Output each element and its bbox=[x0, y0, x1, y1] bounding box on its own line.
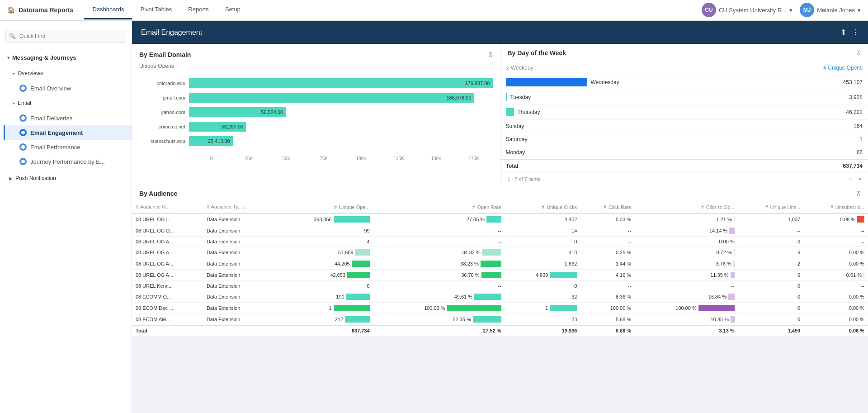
col-audience-name[interactable]: ⧖ Audience N... bbox=[132, 201, 203, 214]
col-unique-opens: # Unique Opens bbox=[763, 61, 868, 75]
click-to-open-col-icon: # bbox=[701, 205, 704, 210]
day-of-week-table: ⧖ Weekday ↓ # Unique Opens bbox=[500, 61, 868, 173]
unsub-rate-col-icon: # bbox=[830, 205, 833, 210]
bar-row-colorado: colorado.edu 176,887.00 bbox=[139, 78, 493, 88]
audience-total-row: Total 637,734 27.52 % 19,936 0.86 % 3.13… bbox=[132, 325, 868, 336]
push-notification-header[interactable]: ▶ Push Notification bbox=[0, 171, 132, 186]
tab-dashboards[interactable]: Dashboards bbox=[84, 0, 132, 19]
email-domain-bar-chart: colorado.edu 176,887.00 gmail.com 166,07… bbox=[139, 75, 493, 154]
bar-chart-axis: 0 25K 50K 75K 100K 125K 150K 175K bbox=[139, 156, 493, 161]
sort-weekday-icon[interactable]: ↓ bbox=[535, 66, 537, 71]
page-header: Email Engagement ⬆ ⋮ bbox=[132, 21, 868, 44]
audience-name-cell: 08 UREL Kenn... bbox=[132, 281, 203, 291]
unique-clicks-cell: 0 bbox=[505, 281, 581, 291]
expand-icon[interactable]: ↔ bbox=[848, 176, 853, 182]
open-rate-cell: 38.23 % bbox=[373, 258, 505, 270]
app-logo[interactable]: 🏠 Datorama Reports bbox=[7, 6, 73, 14]
day-of-week-filter-icon[interactable]: ⊼ bbox=[856, 49, 861, 57]
click-to-open-cell: 16.84 % bbox=[635, 291, 738, 303]
email-header[interactable]: ▾ Email bbox=[4, 95, 132, 111]
click-to-open-cell: 3.76 % bbox=[635, 258, 738, 270]
thursday-label: Thursday bbox=[518, 109, 540, 115]
click-rate-cell: 0.33 % bbox=[580, 214, 635, 225]
user-name: Melanie Jones bbox=[817, 7, 855, 14]
bar-value-gmail: 166,076.00 bbox=[446, 95, 471, 100]
audience-type-sort-icon: ↓ bbox=[243, 205, 245, 209]
table-row: Thursday 46,222 bbox=[500, 105, 868, 120]
unique-opens-cell: 0 bbox=[275, 281, 373, 291]
col-unsub-rate[interactable]: # Unsubscrib... bbox=[804, 201, 868, 214]
by-audience-card: By Audience ⊼ ⧖ Audience N... ⧖ Audience… bbox=[132, 185, 868, 336]
unique-unsub-cell: 2 bbox=[738, 258, 804, 270]
audience-name-cell: 08 UREL OG A... bbox=[132, 258, 203, 270]
bar-row-yahoo: yahoo.com 56,504.00 bbox=[139, 107, 493, 117]
table-row: Wednesday 453,107 bbox=[500, 75, 868, 90]
fullscreen-icon[interactable]: ⇥ bbox=[857, 176, 861, 182]
sidebar-item-email-overview[interactable]: Email Overview bbox=[4, 81, 132, 95]
overviews-header[interactable]: ▾ Overviews bbox=[4, 66, 132, 81]
sidebar-item-email-deliveries[interactable]: Email Deliveries bbox=[4, 111, 132, 125]
bar-value-cuanschutz: 25,413.00 bbox=[208, 138, 230, 144]
sidebar-section-messaging: ▾ Messaging & Journeys ▾ Overviews Email… bbox=[0, 50, 132, 186]
audience-table-row: 08 UREL OG I... Data Extension 363,856 2… bbox=[132, 214, 868, 225]
audience-type-cell: Data Extension bbox=[203, 314, 275, 326]
day-cell-saturday: Saturday bbox=[500, 133, 763, 146]
wednesday-opens: 453,107 bbox=[763, 75, 868, 90]
workspace-name: CU System University R... bbox=[719, 7, 787, 14]
sidebar-section-messaging-header[interactable]: ▾ Messaging & Journeys bbox=[0, 50, 132, 66]
email-domain-filter-icon[interactable]: ⊼ bbox=[488, 51, 493, 58]
audience-type-cell: Data Extension bbox=[203, 281, 275, 291]
bar-label-gmail: gmail.com bbox=[139, 95, 189, 100]
bar-container-yahoo: 56,504.00 bbox=[189, 107, 493, 117]
total-unsub-rate: 0.06 % bbox=[804, 325, 868, 336]
total-click-rate: 0.86 % bbox=[580, 325, 635, 336]
unique-unsub-cell: 1,037 bbox=[738, 214, 804, 225]
click-rate-cell: 4.16 % bbox=[580, 270, 635, 281]
sidebar-item-email-performance[interactable]: Email Performance bbox=[4, 140, 132, 154]
export-button[interactable]: ⬆ bbox=[840, 28, 846, 37]
unique-opens-cell: 57,609 bbox=[275, 247, 373, 258]
col-click-to-open[interactable]: # Click to Op... bbox=[635, 201, 738, 214]
audience-table-row: 08 UREL OG D... Data Extension 99 -- 14 … bbox=[132, 225, 868, 237]
email-overview-dot bbox=[19, 85, 27, 92]
day-pagination: 1 - 7 of 7 items bbox=[508, 176, 541, 182]
push-notification-label: Push Notification bbox=[15, 175, 56, 181]
messaging-chevron-icon: ▾ bbox=[7, 55, 9, 60]
open-rate-cell: -- bbox=[373, 237, 505, 247]
sunday-label: Sunday bbox=[506, 123, 524, 129]
col-unique-clicks[interactable]: # Unique Clicks bbox=[505, 201, 581, 214]
email-domain-card-header: By Email Domain ⊼ bbox=[139, 51, 493, 58]
more-options-button[interactable]: ⋮ bbox=[852, 28, 859, 37]
unique-clicks-cell: 4,402 bbox=[505, 214, 581, 225]
col-unsub-rate-label: Unsubscrib... bbox=[835, 204, 864, 210]
quick-find-input[interactable] bbox=[5, 30, 126, 43]
user-menu[interactable]: MJ Melanie Jones ▾ bbox=[800, 3, 861, 17]
unsub-rate-cell: 0.00 % bbox=[804, 314, 868, 326]
audience-name-cell: 08 UREL OG I... bbox=[132, 214, 203, 225]
sidebar-item-journey-performance[interactable]: Journey Performance by E... bbox=[4, 154, 132, 169]
workspace-chevron-icon: ▾ bbox=[789, 7, 793, 14]
click-rate-cell: -- bbox=[580, 225, 635, 237]
col-unique-ope[interactable]: # Unique Ope... bbox=[275, 201, 373, 214]
bar-container-comcast: 33,260.00 bbox=[189, 122, 493, 132]
bar-label-yahoo: yahoo.com bbox=[139, 109, 189, 115]
unique-unsub-cell: 0 bbox=[738, 291, 804, 303]
wednesday-bar bbox=[506, 78, 587, 86]
unsub-rate-cell: -- bbox=[804, 225, 868, 237]
col-click-rate[interactable]: # Click Rate bbox=[580, 201, 635, 214]
tab-setup[interactable]: Setup bbox=[217, 0, 249, 19]
sidebar-item-email-engagement[interactable]: Email Engagement bbox=[4, 125, 132, 140]
tab-pivot-tables[interactable]: Pivot Tables bbox=[132, 0, 180, 19]
unsub-rate-cell: 0.00 % bbox=[804, 258, 868, 270]
unique-opens-cell: 363,856 bbox=[275, 214, 373, 225]
audience-filter-icon[interactable]: ⊼ bbox=[856, 190, 861, 197]
day-cell-monday: Monday bbox=[500, 146, 763, 160]
unsub-rate-cell: -- bbox=[804, 281, 868, 291]
col-unique-unsub[interactable]: # Unique Uns... bbox=[738, 201, 804, 214]
col-open-rate[interactable]: # Open Rate bbox=[373, 201, 505, 214]
tab-reports[interactable]: Reports bbox=[180, 0, 217, 19]
audience-table-row: 08 ECOM Dec ... Data Extension 1 100.00 … bbox=[132, 303, 868, 314]
col-audience-type[interactable]: ⧖ Audience Ty... ↓ bbox=[203, 201, 275, 214]
workspace-selector[interactable]: CU CU System University R... ▾ bbox=[702, 3, 793, 17]
unique-unsub-col-icon: # bbox=[765, 205, 768, 210]
